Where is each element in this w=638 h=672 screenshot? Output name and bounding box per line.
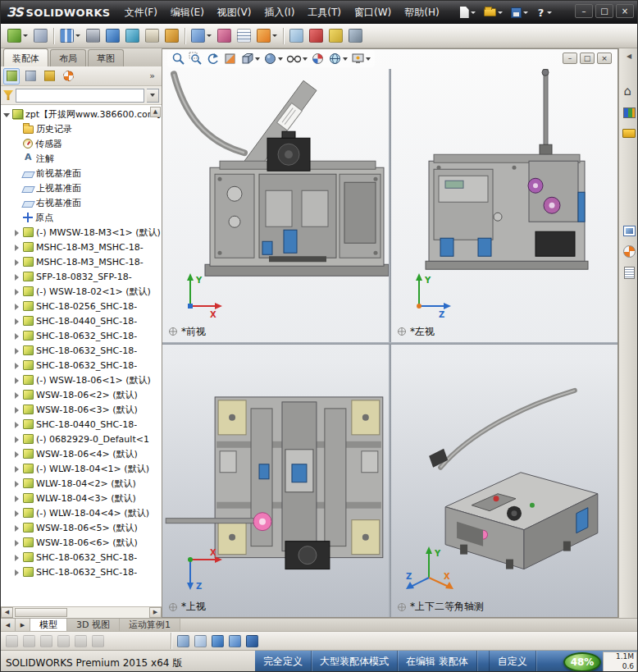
linear-component-pattern-icon[interactable]: [57, 25, 83, 47]
expand-arrow-icon[interactable]: [13, 391, 22, 400]
tree-item[interactable]: SHC-18-0440_SHC-18-: [1, 417, 162, 432]
tree-item[interactable]: (-) 0682929-0_Default<1: [1, 432, 162, 446]
tree-item[interactable]: WSW-18-06<4> (默认): [1, 446, 162, 461]
tree-item[interactable]: (-) WLW-18-04<4> (默认): [1, 505, 162, 520]
open-document-button[interactable]: [481, 7, 505, 18]
expand-arrow-icon[interactable]: [13, 450, 22, 459]
tree-item[interactable]: SHC-18-0632_SHC-18-: [1, 343, 162, 358]
taskpane-collapse-button[interactable]: ◀: [627, 53, 631, 60]
assembly-visualization-icon[interactable]: [227, 633, 243, 649]
tree-item[interactable]: (-) WLW-18-04<1> (默认): [1, 461, 162, 476]
viewport-isometric[interactable]: Y X Z *上下二等角轴测: [391, 345, 617, 618]
solidworks-resources-icon[interactable]: [622, 86, 636, 98]
tree-scroll-up-button[interactable]: ▲: [150, 107, 161, 117]
tree-item[interactable]: SHC-18-0632_SHC-18-: [1, 358, 162, 373]
doc-restore-button[interactable]: □: [580, 53, 595, 64]
expand-arrow-icon[interactable]: [13, 405, 22, 414]
expand-arrow-icon[interactable]: [13, 154, 22, 163]
exploded-view-icon[interactable]: [254, 25, 280, 47]
tree-item[interactable]: SHC-18-0440_SHC-18-: [1, 313, 162, 328]
expand-arrow-icon[interactable]: [13, 139, 22, 149]
reference-geometry-icon[interactable]: [189, 25, 214, 47]
edit-appearance-button[interactable]: [311, 52, 325, 66]
tree-root-assembly[interactable]: zpt【开拔网www.386600.com】: [1, 107, 162, 121]
tree-item[interactable]: (-) WSW-18-02<1> (默认): [1, 284, 162, 299]
expand-arrow-icon[interactable]: [13, 479, 22, 488]
pane-overflow-button[interactable]: »: [145, 71, 159, 81]
tree-item[interactable]: SHC-18-0632_SHC-18-: [1, 328, 162, 343]
tree-item[interactable]: MSHC-18-M3_MSHC-18-: [1, 240, 162, 254]
scroll-left-button[interactable]: ◀: [1, 607, 13, 618]
expand-arrow-icon[interactable]: [13, 346, 22, 355]
rotate-component-icon[interactable]: [123, 25, 142, 47]
tab-3d-views[interactable]: 3D 视图: [67, 619, 120, 631]
viewport-left[interactable]: Y Z *左视: [391, 69, 617, 342]
previous-view-button[interactable]: [206, 52, 220, 66]
measure-icon[interactable]: [326, 25, 345, 47]
menu-item[interactable]: 帮助(H): [398, 1, 445, 24]
tree-item[interactable]: WSW-18-06<5> (默认): [1, 520, 162, 535]
expand-arrow-icon[interactable]: [13, 494, 22, 503]
expand-arrow-icon[interactable]: [13, 317, 22, 326]
tree-item[interactable]: 上视基准面: [1, 181, 162, 195]
isolate-components-icon[interactable]: [210, 633, 226, 649]
tree-item[interactable]: SHC-18-0256_SHC-18-: [1, 299, 162, 313]
design-library-icon[interactable]: [623, 107, 636, 118]
move-component-icon[interactable]: [103, 25, 122, 47]
bill-of-materials-icon[interactable]: [235, 25, 253, 47]
tab-assembly[interactable]: 装配体: [3, 48, 48, 66]
tab-scroll-left-button[interactable]: ◀: [1, 619, 16, 631]
maximize-button[interactable]: □: [595, 4, 613, 18]
expand-arrow-icon[interactable]: [13, 568, 22, 577]
expand-arrow-icon[interactable]: [13, 258, 22, 267]
tab-scroll-right-button[interactable]: ▶: [16, 619, 30, 631]
zoom-to-area-button[interactable]: [189, 52, 203, 66]
new-motion-study-icon[interactable]: [215, 25, 234, 47]
smart-fasteners-icon[interactable]: [84, 25, 103, 47]
expand-arrow-icon[interactable]: [13, 302, 22, 311]
scroll-right-button[interactable]: ▶: [149, 607, 162, 618]
expand-arrow-icon[interactable]: [13, 199, 22, 208]
tab-motion-study-1[interactable]: 运动算例1: [120, 619, 180, 631]
tree-item[interactable]: WLW-18-04<3> (默认): [1, 491, 162, 505]
tree-item[interactable]: (-) MWSW-18-M3<1> (默认): [1, 225, 162, 240]
hide-show-components-icon[interactable]: [175, 633, 191, 649]
tree-horizontal-scrollbar[interactable]: ◀ ▶: [1, 606, 162, 618]
expand-arrow-icon[interactable]: [13, 228, 22, 237]
tree-item[interactable]: WSW-18-06<3> (默认): [1, 402, 162, 417]
scrollbar-thumb[interactable]: [15, 608, 67, 617]
explode-line-sketch-icon[interactable]: [287, 25, 306, 47]
expand-arrow-icon[interactable]: [13, 553, 22, 562]
expand-arrow-icon[interactable]: [13, 538, 22, 547]
tree-item[interactable]: 注解: [1, 151, 162, 166]
menu-item[interactable]: 编辑(E): [164, 1, 211, 24]
doc-minimize-button[interactable]: –: [563, 53, 577, 64]
propertymanager-icon[interactable]: [22, 68, 39, 85]
section-view-button[interactable]: [223, 52, 237, 66]
tree-item[interactable]: SFP-18-0832_SFP-18-: [1, 269, 162, 284]
view-palette-icon[interactable]: [623, 226, 636, 236]
tree-item[interactable]: (-) WSW-18-06<1> (默认): [1, 373, 162, 387]
expand-arrow-icon[interactable]: [13, 169, 22, 178]
expand-arrow-icon[interactable]: [13, 435, 22, 444]
expand-arrow-icon[interactable]: [13, 420, 22, 429]
zoom-to-fit-button[interactable]: [171, 52, 185, 66]
tab-model[interactable]: 模型: [30, 619, 67, 631]
menu-item[interactable]: 工具(T): [301, 1, 348, 24]
tab-layout[interactable]: 布局: [50, 49, 86, 66]
displaymanager-icon[interactable]: [60, 68, 76, 85]
large-design-review-icon[interactable]: [244, 633, 260, 649]
custom-properties-icon[interactable]: [624, 267, 635, 279]
collapse-arrow-icon[interactable]: [2, 110, 11, 119]
interference-detection-icon[interactable]: [307, 25, 326, 47]
tree-item[interactable]: 前视基准面: [1, 166, 162, 181]
custom-status[interactable]: 自定义: [489, 651, 536, 672]
menu-item[interactable]: 文件(F): [118, 1, 164, 24]
expand-arrow-icon[interactable]: [13, 376, 22, 385]
file-explorer-icon[interactable]: [622, 129, 636, 138]
show-hidden-components-icon[interactable]: [143, 25, 162, 47]
scrollbar-track[interactable]: [13, 607, 149, 618]
tree-filter-input[interactable]: [16, 89, 144, 103]
expand-arrow-icon[interactable]: [13, 125, 22, 134]
tree-item[interactable]: 右视基准面: [1, 195, 162, 210]
